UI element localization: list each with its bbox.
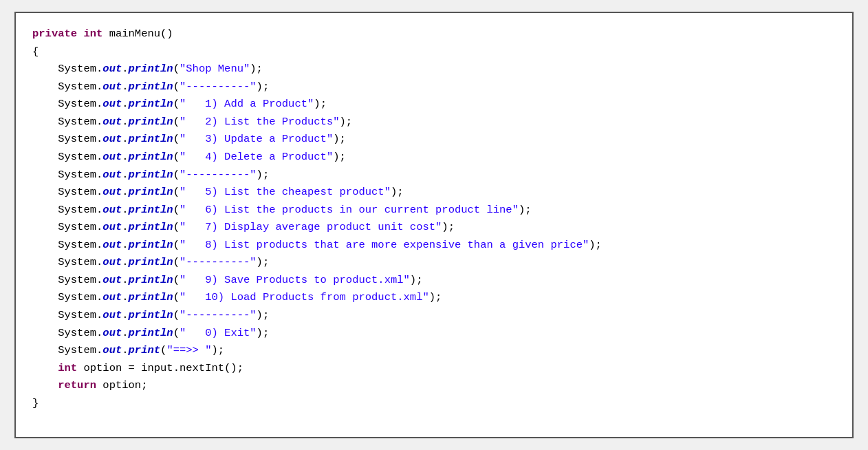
line-print-1: System.out.print("==>> "); — [32, 342, 836, 360]
line-println-3: System.out.println(" 1) Add a Product"); — [32, 96, 836, 114]
line-println-1: System.out.println("Shop Menu"); — [32, 61, 836, 78]
line-println-14: System.out.println(" 10) Load Products f… — [32, 289, 836, 307]
line-int-decl: int option = input.nextInt(); — [32, 360, 836, 378]
line-println-13: System.out.println(" 9) Save Products to… — [32, 272, 836, 290]
line-println-9: System.out.println(" 6) List the product… — [32, 202, 836, 219]
line-println-10: System.out.println(" 7) Display average … — [32, 219, 836, 237]
line-close-brace: } — [32, 395, 836, 413]
line-println-11: System.out.println(" 8) List products th… — [32, 237, 836, 255]
line-println-4: System.out.println(" 2) List the Product… — [32, 114, 836, 131]
line-return: return option; — [32, 377, 836, 395]
line-println-2: System.out.println("----------"); — [32, 78, 836, 96]
line-println-16: System.out.println(" 0) Exit"); — [32, 325, 836, 343]
line-println-8: System.out.println(" 5) List the cheapes… — [32, 184, 836, 202]
line-println-12: System.out.println("----------"); — [32, 254, 836, 272]
line-signature: private int mainMenu() — [32, 25, 836, 43]
line-println-5: System.out.println(" 3) Update a Product… — [32, 131, 836, 149]
code-block: private int mainMenu() { System.out.prin… — [14, 12, 854, 438]
line-open-brace: { — [32, 43, 836, 61]
line-println-15: System.out.println("----------"); — [32, 307, 836, 325]
line-println-6: System.out.println(" 4) Delete a Product… — [32, 149, 836, 167]
line-println-7: System.out.println("----------"); — [32, 167, 836, 184]
